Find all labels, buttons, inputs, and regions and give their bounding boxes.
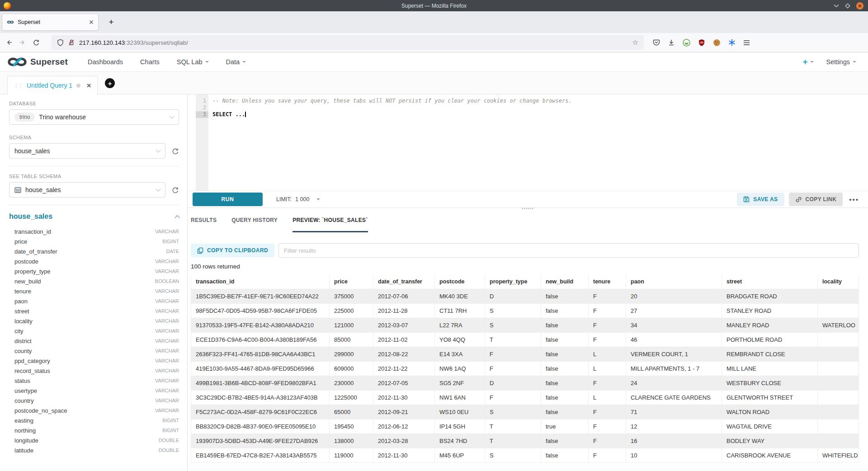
window-minimize-icon[interactable] [834, 4, 839, 8]
more-actions-button[interactable]: ••• [849, 196, 859, 203]
nav-dashboards[interactable]: Dashboards [88, 58, 123, 66]
shield-icon[interactable] [57, 39, 64, 46]
table-cell: 2012-07-06 [373, 289, 435, 304]
schema-column-row: localityVARCHAR [9, 316, 179, 326]
table-cell: 195450 [330, 419, 373, 434]
column-header-postcode[interactable]: postcode [435, 274, 485, 289]
table-row: 1B5C39ED-BE7F-41EF-9E71-9C60EED74A223750… [191, 289, 859, 304]
extension-mask-icon[interactable] [683, 39, 690, 47]
column-name: northing [14, 427, 36, 434]
table-cell: ECE1D376-C9A6-4C00-B004-A380B189FA56 [191, 333, 330, 347]
nav-charts[interactable]: Charts [140, 58, 160, 66]
bookmark-star-icon[interactable]: ☆ [632, 38, 638, 47]
downloads-icon[interactable] [668, 39, 675, 46]
window-maximize-icon[interactable] [845, 3, 850, 9]
table-schema-select[interactable]: house_sales [9, 182, 165, 198]
tab-results[interactable]: RESULTS [191, 208, 217, 232]
table-cell: 225000 [330, 304, 373, 318]
table-row: 419E1030-9A55-4467-8DA9-9FED95D659666090… [191, 362, 859, 376]
rows-returned-text: 100 rows returned [191, 263, 859, 270]
query-tab-label: Untitled Query 1 [27, 82, 72, 89]
save-icon [743, 196, 750, 203]
filter-results-input[interactable] [278, 243, 859, 258]
settings-menu[interactable]: Settings [826, 58, 856, 66]
query-tab-close-icon[interactable]: ✕ [86, 82, 91, 89]
svg-text:UO: UO [700, 41, 703, 43]
insecure-lock-icon[interactable] [68, 39, 75, 46]
editor-code-area[interactable]: -- Note: Unless you save your query, the… [208, 94, 868, 191]
run-button[interactable]: RUN [193, 193, 263, 206]
column-header-property_type[interactable]: property_type [485, 274, 541, 289]
divider [9, 166, 179, 166]
column-type: VARCHAR [155, 328, 179, 334]
table-cell: F [485, 391, 541, 405]
column-header-street[interactable]: street [722, 274, 818, 289]
extension-sparkle-icon[interactable] [728, 39, 736, 46]
column-header-locality[interactable]: locality [818, 274, 859, 289]
pane-resize-handle[interactable]: •••••••••••• [520, 207, 536, 210]
save-as-button[interactable]: SAVE AS [737, 193, 784, 206]
menu-hamburger-icon[interactable] [743, 40, 750, 46]
table-cell [818, 434, 859, 448]
column-header-paon[interactable]: paon [626, 274, 722, 289]
column-type: VARCHAR [155, 378, 179, 383]
reload-icon[interactable] [33, 39, 46, 46]
sqllab-sidebar: DATABASE trino Trino warehouse SCHEMA ho… [0, 94, 188, 471]
drag-handle-icon[interactable]: ⋮⋮ [14, 82, 23, 89]
column-header-price[interactable]: price [330, 274, 373, 289]
table-cell: 16 [626, 434, 722, 448]
query-tab-untitled[interactable]: ⋮⋮ Untitled Query 1 ✕ [7, 76, 98, 94]
column-header-new_build[interactable]: new_build [541, 274, 589, 289]
browser-tab-superset[interactable]: Superset [2, 14, 99, 31]
forward-icon[interactable] [19, 39, 33, 46]
table-cell: 375000 [330, 289, 373, 304]
database-label: DATABASE [9, 101, 179, 106]
column-name: easting [14, 417, 33, 424]
table-cell [818, 405, 859, 419]
table-cell: F [589, 376, 626, 391]
table-cell: EB1459EB-67ED-47C8-B2E7-A38143AB5575 [191, 448, 330, 463]
add-query-tab-button[interactable]: + [105, 78, 115, 88]
browser-tab-close-icon[interactable] [89, 20, 94, 24]
sql-editor[interactable]: 1 2 3 -- Note: Unless you save your quer… [188, 94, 868, 191]
column-header-tenure[interactable]: tenure [589, 274, 626, 289]
schema-select[interactable]: house_sales [9, 143, 165, 159]
copy-to-clipboard-button[interactable]: COPY TO CLIPBOARD [191, 244, 274, 257]
table-row: 98F5DC47-0D05-4D59-95B7-98CA6F1FDE052250… [191, 304, 859, 318]
table-cell: 71 [626, 405, 722, 419]
table-cell: BB8320C9-D82B-4B37-90E0-9FEE05095E10 [191, 419, 330, 434]
browser-new-tab-button[interactable]: + [105, 17, 118, 27]
collapse-chevron-icon[interactable] [175, 215, 179, 220]
database-select[interactable]: trino Trino warehouse [9, 109, 179, 125]
copy-link-button[interactable]: COPY LINK [789, 193, 843, 206]
tab-preview-house-sales[interactable]: PREVIEW: `HOUSE_SALES` [292, 208, 368, 232]
extension-ublock-icon[interactable]: UO [698, 39, 705, 47]
new-item-button[interactable]: + [802, 57, 813, 67]
column-type: BIGINT [162, 428, 179, 433]
unsaved-dot-icon [76, 84, 80, 88]
limit-dropdown[interactable]: LIMIT: 1 000 [276, 196, 320, 203]
table-cell: 2012-11-22 [373, 362, 435, 376]
table-cell: true [541, 419, 589, 434]
nav-data[interactable]: Data [226, 58, 246, 66]
pocket-icon[interactable] [653, 39, 660, 46]
table-name-heading[interactable]: house_sales [9, 212, 52, 221]
url-bar[interactable]: 217.160.120.143:32393/superset/sqllab/ ☆ [52, 35, 644, 50]
refresh-schema-icon[interactable] [171, 147, 179, 155]
back-icon[interactable] [5, 39, 19, 46]
column-header-transaction_id[interactable]: transaction_id [191, 274, 330, 289]
chevron-down-icon [810, 61, 814, 63]
refresh-table-icon[interactable] [171, 186, 179, 194]
extension-cookie-icon[interactable] [713, 39, 721, 47]
schema-column-row: eastingBIGINT [9, 415, 179, 425]
tab-query-history[interactable]: QUERY HISTORY [231, 208, 278, 232]
table-cell: F [485, 362, 541, 376]
nav-sql-lab[interactable]: SQL Lab [177, 58, 209, 66]
brand-name[interactable]: Superset [30, 57, 68, 67]
window-close-icon[interactable] [856, 2, 863, 9]
table-cell: S [485, 405, 541, 419]
column-header-date_of_transfer[interactable]: date_of_transfer [373, 274, 435, 289]
table-cell: S [485, 318, 541, 333]
table-value: house_sales [25, 186, 61, 193]
column-name: transaction_id [14, 228, 51, 235]
